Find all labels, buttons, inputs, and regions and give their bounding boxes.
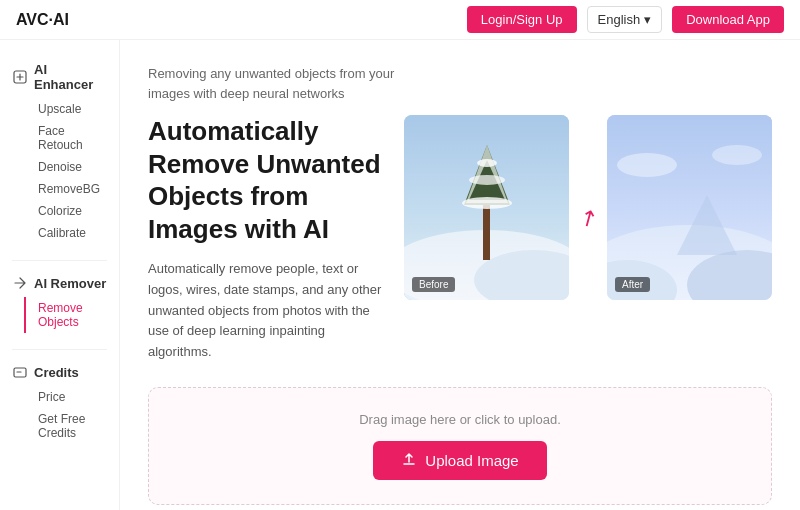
login-signup-button[interactable]: Login/Sign Up xyxy=(467,6,577,33)
hero-text: Automatically Remove Unwanted Objects fr… xyxy=(148,115,384,363)
sidebar-section-ai-remover: AI Remover Remove Objects xyxy=(0,269,119,333)
sidebar-section-header-ai-remover[interactable]: AI Remover xyxy=(0,269,119,297)
language-label: English xyxy=(598,12,641,27)
before-image-svg xyxy=(404,115,569,300)
before-image xyxy=(404,115,569,300)
chevron-down-icon: ▾ xyxy=(644,12,651,27)
header: AVC·AI Login/Sign Up English ▾ Download … xyxy=(0,0,800,40)
sidebar-section-header-ai-enhancer[interactable]: AI Enhancer xyxy=(0,56,119,98)
logo: AVC·AI xyxy=(16,11,69,29)
sidebar-item-upscale[interactable]: Upscale xyxy=(24,98,119,120)
svg-point-10 xyxy=(469,175,505,185)
after-image-wrapper: ✦ xyxy=(607,115,772,300)
after-image-svg xyxy=(607,115,772,300)
sidebar: AI Enhancer Upscale Face Retouch Denoise… xyxy=(0,40,120,510)
before-image-wrapper: Before xyxy=(404,115,569,300)
after-image xyxy=(607,115,772,300)
download-app-button[interactable]: Download App xyxy=(672,6,784,33)
ai-enhancer-label: AI Enhancer xyxy=(34,62,107,92)
upload-area[interactable]: Drag image here or click to upload. Uplo… xyxy=(148,387,772,505)
upload-hint: Drag image here or click to upload. xyxy=(169,412,751,427)
sidebar-item-face-retouch[interactable]: Face Retouch xyxy=(24,120,119,156)
svg-point-11 xyxy=(477,159,497,167)
upload-image-button[interactable]: Upload Image xyxy=(373,441,546,480)
ai-remover-icon xyxy=(12,275,28,291)
sidebar-item-colorize[interactable]: Colorize xyxy=(24,200,119,222)
main-content: Removing any unwanted objects from your … xyxy=(120,40,800,510)
logo-text: AVC·AI xyxy=(16,11,69,29)
svg-point-9 xyxy=(462,197,512,209)
sidebar-section-credits: Credits Price Get Free Credits xyxy=(0,358,119,444)
sidebar-section-header-credits[interactable]: Credits xyxy=(0,358,119,386)
ai-remover-label: AI Remover xyxy=(34,276,106,291)
sidebar-item-removebg[interactable]: RemoveBG xyxy=(24,178,119,200)
transition-arrow-icon: ↗ xyxy=(574,202,603,234)
before-after-images: Before ↗ ✦ xyxy=(404,115,772,300)
sidebar-section-ai-enhancer: AI Enhancer Upscale Face Retouch Denoise… xyxy=(0,56,119,244)
credits-icon xyxy=(12,364,28,380)
sidebar-item-get-free-credits[interactable]: Get Free Credits xyxy=(24,408,119,444)
svg-point-17 xyxy=(617,153,677,177)
hero-section: Automatically Remove Unwanted Objects fr… xyxy=(148,115,772,363)
hero-description: Automatically remove people, text or log… xyxy=(148,259,384,363)
main-layout: AI Enhancer Upscale Face Retouch Denoise… xyxy=(0,40,800,510)
sidebar-item-remove-objects[interactable]: Remove Objects xyxy=(24,297,119,333)
ai-enhancer-sub-items: Upscale Face Retouch Denoise RemoveBG Co… xyxy=(0,98,119,244)
after-label: After xyxy=(615,277,650,292)
sidebar-item-price[interactable]: Price xyxy=(24,386,119,408)
sidebar-item-calibrate[interactable]: Calibrate xyxy=(24,222,119,244)
svg-point-18 xyxy=(712,145,762,165)
ai-remover-sub-items: Remove Objects xyxy=(0,297,119,333)
credits-sub-items: Price Get Free Credits xyxy=(0,386,119,444)
before-label: Before xyxy=(412,277,455,292)
language-selector[interactable]: English ▾ xyxy=(587,6,663,33)
ai-enhancer-icon xyxy=(12,69,28,85)
sidebar-item-denoise[interactable]: Denoise xyxy=(24,156,119,178)
upload-button-label: Upload Image xyxy=(425,452,518,469)
sidebar-divider-1 xyxy=(12,260,107,261)
arrow-container: ↗ xyxy=(579,205,597,231)
upload-icon xyxy=(401,452,417,468)
hero-title: Automatically Remove Unwanted Objects fr… xyxy=(148,115,384,245)
sidebar-divider-2 xyxy=(12,349,107,350)
credits-label: Credits xyxy=(34,365,79,380)
svg-rect-5 xyxy=(483,205,490,260)
header-right: Login/Sign Up English ▾ Download App xyxy=(467,6,784,33)
intro-text: Removing any unwanted objects from your … xyxy=(148,64,428,103)
